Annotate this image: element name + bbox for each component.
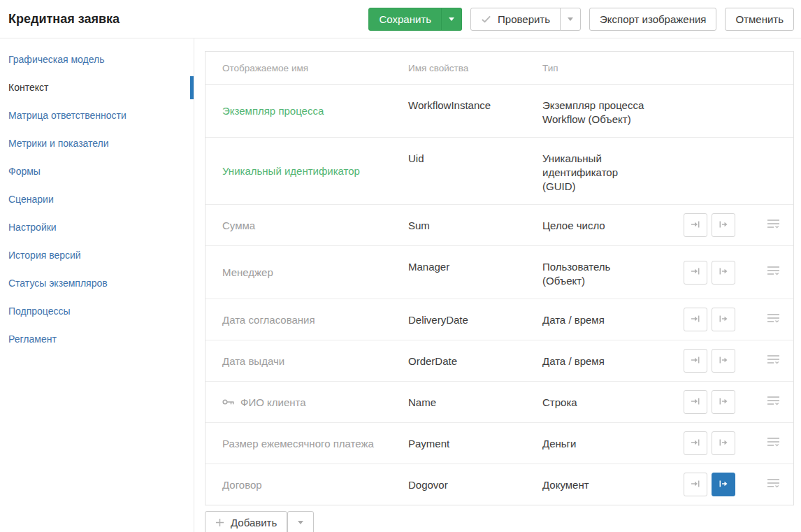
add-button-label: Добавить: [231, 517, 277, 529]
property-name-cell: WorkflowInstance: [408, 85, 542, 137]
column-header-display-name: Отображаемое имя: [205, 63, 408, 73]
row-actions-cell: [684, 340, 793, 381]
type-cell: Экземпляр процессаWorkflow (Объект): [542, 85, 684, 137]
property-name-cell: Sum: [408, 205, 542, 245]
type-cell: Документ: [542, 464, 684, 505]
add-dropdown-button[interactable]: [287, 511, 314, 532]
save-button[interactable]: Сохранить: [368, 8, 442, 31]
property-name-cell: Manager: [408, 246, 542, 299]
display-name-cell: Сумма: [205, 205, 408, 245]
row-actions-cell: [684, 382, 793, 422]
arrow-into-bar-icon: [690, 437, 701, 450]
input-parameter-button[interactable]: [684, 213, 707, 237]
row-menu-button[interactable]: [767, 395, 781, 410]
sidebar-item-2-active[interactable]: Контекст: [0, 73, 194, 101]
sidebar-item-4[interactable]: Метрики и показатели: [0, 129, 194, 157]
bar-arrow-out-icon: [718, 437, 729, 450]
toolbar-actions: Сохранить Проверить Экспорт изображения …: [368, 8, 794, 31]
input-parameter-button[interactable]: [684, 308, 707, 331]
output-parameter-button[interactable]: [712, 431, 735, 455]
sidebar-item-1[interactable]: Графическая модель: [0, 45, 194, 73]
row-actions-cell: [684, 205, 793, 245]
input-parameter-button[interactable]: [684, 473, 707, 496]
bar-arrow-out-icon: [718, 266, 729, 279]
chevron-down-icon: [449, 17, 454, 21]
sidebar-item-11[interactable]: Регламент: [0, 325, 194, 353]
input-parameter-button[interactable]: [684, 390, 707, 414]
check-button[interactable]: Проверить: [470, 8, 561, 31]
sidebar-item-6[interactable]: Сценарии: [0, 185, 194, 213]
table-row: Дата согласованияDeliveryDateДата / врем…: [205, 299, 793, 340]
arrow-into-bar-icon: [690, 219, 701, 232]
sidebar-item-7[interactable]: Настройки: [0, 213, 194, 241]
arrow-into-bar-icon: [690, 266, 701, 279]
row-actions-cell: [684, 423, 793, 463]
arrow-into-bar-icon: [690, 354, 701, 368]
table-row: Размер ежемесячного платежаPaymentДеньги: [205, 422, 793, 463]
type-line: идентификатор: [542, 166, 678, 180]
display-name-cell: Дата согласования: [205, 299, 408, 340]
row-menu-button[interactable]: [767, 265, 781, 280]
sidebar-item-label: Статусы экземпляров: [8, 278, 108, 289]
table-row: МенеджерManagerПользователь(Объект): [205, 245, 793, 299]
display-name-link[interactable]: Уникальный идентификатор: [222, 165, 360, 177]
column-header-property-name: Имя свойства: [408, 63, 542, 73]
topbar: Кредитная заявка Сохранить Проверить Экс…: [0, 0, 801, 38]
row-menu-button[interactable]: [767, 312, 781, 327]
table-row: Уникальный идентификаторUidУникальныйиде…: [205, 137, 793, 204]
output-parameter-button[interactable]: [712, 213, 735, 237]
output-parameter-button[interactable]: [712, 390, 735, 414]
input-parameter-button[interactable]: [684, 349, 707, 373]
row-actions-cell: [684, 85, 793, 137]
check-dropdown-button[interactable]: [560, 8, 581, 31]
save-button-group: Сохранить: [368, 8, 462, 31]
export-image-button[interactable]: Экспорт изображения: [589, 8, 716, 31]
output-parameter-button[interactable]: [712, 308, 735, 331]
input-parameter-button[interactable]: [684, 261, 707, 285]
list-menu-icon: [767, 395, 781, 410]
sidebar-item-8[interactable]: История версий: [0, 241, 194, 269]
output-parameter-button[interactable]: [712, 349, 735, 373]
row-menu-button[interactable]: [767, 354, 781, 368]
display-name-text: Сумма: [222, 220, 255, 231]
display-name-text: Дата согласования: [222, 314, 315, 326]
save-dropdown-button[interactable]: [441, 8, 462, 31]
arrow-into-bar-icon: [690, 478, 701, 491]
sidebar-item-5[interactable]: Формы: [0, 157, 194, 185]
add-button-group: Добавить: [205, 511, 794, 532]
sidebar-item-label: История версий: [8, 250, 81, 261]
display-name-cell[interactable]: Уникальный идентификатор: [205, 138, 408, 204]
output-parameter-button[interactable]: [712, 261, 735, 285]
row-actions-cell: [684, 246, 793, 299]
type-line: (Объект): [542, 274, 678, 288]
sidebar-item-label: Формы: [8, 166, 41, 177]
sidebar-item-10[interactable]: Подпроцессы: [0, 297, 194, 325]
display-name-link[interactable]: Экземпляр процесса: [222, 105, 324, 117]
row-menu-button[interactable]: [767, 218, 781, 233]
type-line: Дата / время: [542, 354, 678, 368]
list-menu-icon: [767, 436, 781, 451]
add-button[interactable]: Добавить: [205, 511, 287, 532]
chevron-down-icon: [568, 17, 573, 21]
sidebar-item-9[interactable]: Статусы экземпляров: [0, 269, 194, 297]
display-name-text: ФИО клиента: [240, 396, 306, 408]
property-name-cell: Dogovor: [408, 464, 542, 505]
row-menu-button[interactable]: [767, 477, 781, 492]
table-row: ФИО клиентаNameСтрока: [205, 381, 793, 422]
type-line: Workflow (Объект): [542, 113, 678, 127]
list-menu-icon: [767, 265, 781, 280]
table-row: Экземпляр процессаWorkflowInstanceЭкземп…: [205, 85, 793, 137]
sidebar-item-label: Метрики и показатели: [8, 138, 109, 149]
type-line: Уникальный: [542, 152, 678, 166]
checkmark-icon: [481, 14, 491, 24]
input-parameter-button[interactable]: [684, 431, 707, 455]
row-menu-button[interactable]: [767, 436, 781, 451]
display-name-cell[interactable]: Экземпляр процесса: [205, 85, 408, 137]
arrow-into-bar-icon: [690, 396, 701, 409]
type-line: Дата / время: [542, 313, 678, 327]
sidebar-item-3[interactable]: Матрица ответственности: [0, 101, 194, 129]
table-row: Дата выдачиOrderDateДата / время: [205, 340, 793, 381]
sidebar-item-label: Регламент: [8, 333, 57, 345]
output-parameter-button-active[interactable]: [712, 473, 735, 496]
cancel-button[interactable]: Отменить: [725, 8, 794, 31]
